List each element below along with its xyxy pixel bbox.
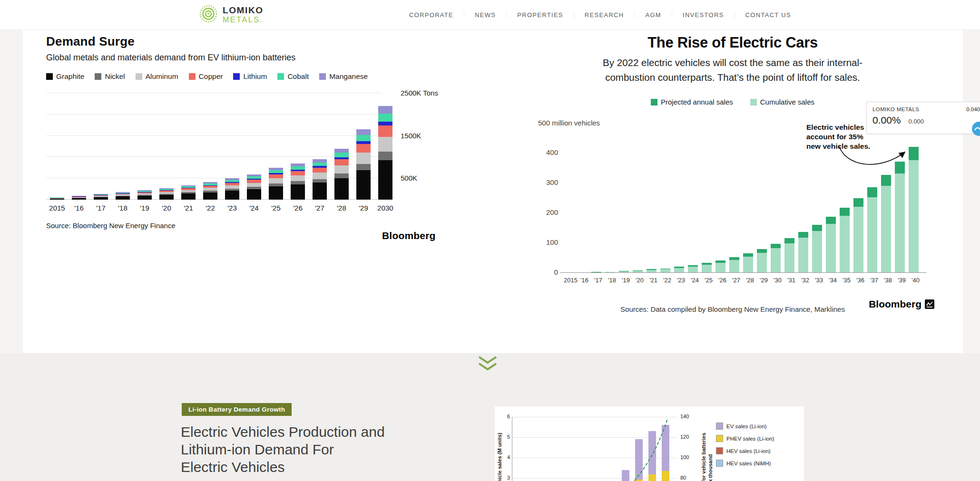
- bar-segment-aluminum: [247, 183, 261, 187]
- legend-label: Projected annual sales: [661, 98, 733, 106]
- bar-segment-cobalt: [313, 163, 327, 166]
- y-tick-label: 5: [501, 434, 510, 440]
- bar-segment-projected-annual-sales: [798, 232, 808, 238]
- nav-agm[interactable]: AGM: [635, 11, 672, 19]
- legend-item: EV sales (Li-ion): [716, 423, 774, 430]
- legend-item: Copper: [189, 72, 223, 81]
- bar-segment-projected-annual-sales: [812, 225, 822, 231]
- legend-label: EV sales (Li-ion): [726, 423, 766, 429]
- bloomberg-brand-text: Bloomberg: [869, 298, 921, 310]
- x-tick-label: '34: [826, 277, 840, 284]
- y-tick-label: 140: [680, 414, 696, 419]
- bar-segment-aluminum: [378, 137, 392, 152]
- y-tick-label: 200: [532, 208, 558, 216]
- ev-chart-title: The Rise of Electric Cars: [528, 34, 937, 51]
- legend-label: Lithium: [243, 72, 267, 81]
- site-logo[interactable]: LOMIKO METALS.: [199, 4, 264, 25]
- x-tick-label: '18: [605, 277, 619, 284]
- bar-column: [729, 257, 739, 273]
- legend-label: HEV sales (Li-ion): [726, 448, 771, 454]
- bar-segment-nickel: [291, 181, 305, 184]
- bar-column: [812, 225, 822, 273]
- ticker-change-value: 0.000: [909, 118, 924, 125]
- ev-subtitle-line1: By 2022 electric vehicles will cost the …: [528, 55, 937, 70]
- bar-segment-cumulative-sales: [702, 265, 712, 273]
- x-tick-label: '16: [68, 204, 90, 212]
- bar-column: [181, 185, 196, 200]
- bar-segment-cumulative-sales: [853, 207, 863, 273]
- legend-label: Nickel: [105, 72, 125, 81]
- scroll-down-chevron-icon[interactable]: [477, 356, 499, 375]
- legend-item: Graphite: [46, 72, 84, 81]
- bar-segment-graphite: [334, 178, 349, 200]
- bar-segment-cobalt: [291, 166, 305, 170]
- logo-word-lomiko: LOMIKO: [223, 6, 264, 16]
- demand-surge-chart: Demand Surge Global metals and materials…: [46, 34, 465, 230]
- bar-segment-cumulative-sales: [743, 257, 753, 273]
- legend-swatch: [319, 73, 326, 80]
- floating-widget-icon[interactable]: [972, 122, 980, 136]
- bar-segment-graphite: [137, 196, 152, 200]
- bar-column: [116, 192, 130, 200]
- legend-label: PHEV sales (Li-ion): [726, 436, 774, 442]
- y-tick-label: 100: [532, 238, 558, 246]
- nav-news[interactable]: NEWS: [464, 11, 507, 19]
- bar-column: [757, 249, 767, 273]
- x-tick-label: '17: [591, 277, 605, 284]
- nav-corporate[interactable]: CORPORATE: [399, 11, 464, 19]
- ev-rise-chart: The Rise of Electric Cars By 2022 electr…: [528, 34, 937, 319]
- nav-investors[interactable]: INVESTORS: [672, 11, 735, 19]
- x-tick-label: '27: [309, 204, 331, 212]
- x-tick-label: '23: [674, 277, 688, 284]
- x-tick-label: '37: [867, 277, 881, 284]
- bar-segment-graphite: [94, 197, 108, 200]
- legend-swatch: [716, 460, 723, 467]
- legend-item: HEV sales (Li-ion): [716, 447, 774, 454]
- bar-segment-aluminum: [225, 185, 239, 189]
- bar-segment-graphite: [116, 196, 130, 200]
- y-tick-label: 500K: [401, 174, 417, 182]
- nav-properties[interactable]: PROPERTIES: [507, 11, 574, 19]
- liion-trend-dashed-line: [512, 417, 677, 481]
- ev-x-axis: 2015'16'17'18'19'20'21'22'23'24'25'26'27…: [564, 277, 922, 284]
- bar-column: [269, 168, 283, 200]
- logo-word-metals: METALS.: [223, 16, 264, 24]
- bar-segment-projected-annual-sales: [867, 187, 877, 197]
- legend-swatch: [716, 423, 723, 430]
- bar-segment-cumulative-sales: [757, 253, 767, 273]
- bar-segment-projected-annual-sales: [826, 217, 836, 224]
- x-tick-label: '19: [134, 204, 156, 212]
- nav-contact-us[interactable]: CONTACT US: [735, 11, 802, 19]
- legend-swatch: [46, 73, 53, 80]
- bar-segment-copper: [313, 168, 327, 173]
- stock-ticker-widget[interactable]: LOMIKO METALS 0.040 0.00% 0.000: [866, 102, 980, 134]
- bar-column: [225, 178, 239, 200]
- bar-segment-copper: [378, 125, 392, 137]
- y-tick-label: 300: [532, 178, 558, 186]
- x-tick-label: '29: [757, 277, 771, 284]
- x-tick-label: '20: [156, 204, 177, 212]
- bar-segment-projected-annual-sales: [853, 198, 863, 207]
- legend-swatch: [233, 73, 240, 80]
- x-tick-label: '27: [729, 277, 743, 284]
- x-tick-label: '28: [743, 277, 757, 284]
- demand-y-axis: 2500K Tons1500K500K: [401, 93, 462, 200]
- x-tick-label: '31: [784, 277, 798, 284]
- x-tick-label: '26: [287, 204, 309, 212]
- nav-research[interactable]: RESEARCH: [574, 11, 635, 19]
- liion-demand-chart: Electric vehicle sales (M units) 6543 14…: [495, 406, 804, 481]
- demand-x-axis: 2015'16'17'18'19'20'21'22'23'24'25'26'27…: [46, 204, 465, 212]
- ev-subtitle-line2: combustion counterparts. That’s the poin…: [528, 70, 937, 85]
- bar-column: [94, 194, 108, 200]
- heading-line3: Electric Vehicles: [181, 458, 385, 476]
- bar-segment-manganese: [313, 159, 327, 163]
- demand-chart-subtitle: Global metals and materials demand from …: [46, 53, 465, 63]
- bar-segment-projected-annual-sales: [840, 208, 850, 216]
- x-tick-label: '32: [798, 277, 812, 284]
- x-tick-label: '38: [881, 277, 895, 284]
- bar-segment-cumulative-sales: [771, 248, 781, 273]
- liion-right-label-line1: demand for vehicle batteries: [700, 428, 707, 481]
- legend-swatch: [95, 73, 101, 80]
- bar-segment-projected-annual-sales: [743, 253, 753, 257]
- legend-swatch: [651, 99, 657, 106]
